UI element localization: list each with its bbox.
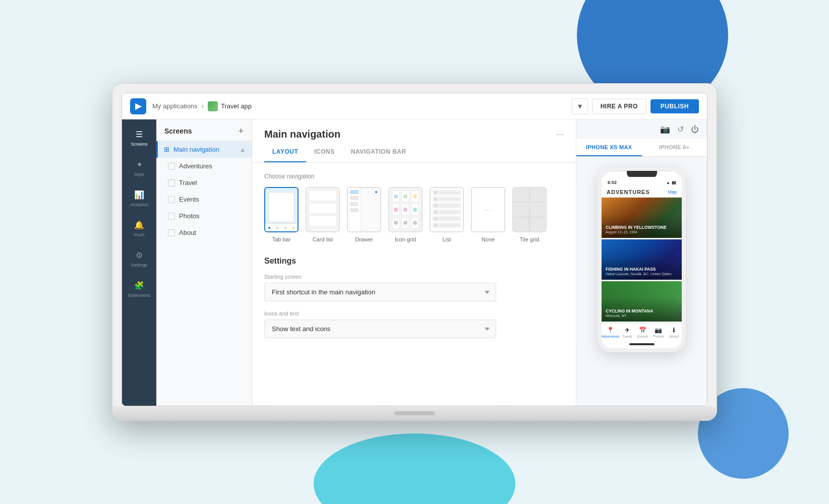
screen-checkbox-photos[interactable] bbox=[168, 213, 175, 220]
mini-card-2 bbox=[309, 203, 337, 214]
device-tab-8plus[interactable]: IPHONE 8+ bbox=[642, 139, 707, 156]
drawer-item-2 bbox=[350, 196, 359, 200]
phone-tab-events[interactable]: 📅 Events bbox=[635, 327, 650, 338]
phone-card-3-title: CYCLING IN MONTANA bbox=[606, 308, 653, 313]
list-item-1 bbox=[433, 190, 461, 195]
device-tab-xs-max[interactable]: IPHONE XS MAX bbox=[576, 139, 642, 156]
content-menu-dots[interactable]: ··· bbox=[556, 129, 564, 140]
sidebar-item-extensions[interactable]: 🧩 Extensions bbox=[122, 275, 156, 303]
content-header: Main navigation ··· bbox=[252, 119, 576, 140]
nav-option-list[interactable]: List bbox=[430, 187, 464, 242]
starting-screen-select[interactable]: First shortcut in the main navigation bbox=[264, 283, 496, 301]
screen-checkbox-about[interactable] bbox=[168, 229, 175, 236]
nav-preview-tabbar bbox=[264, 187, 299, 232]
phone-status-bar: 6:02 ▲ ▮▮ bbox=[602, 177, 682, 186]
home-indicator bbox=[629, 343, 655, 345]
nav-option-tabbar-label: Tab bar bbox=[272, 236, 291, 242]
phone-tab-label-adventures: Adventures bbox=[602, 335, 619, 338]
app-name[interactable]: Travel app bbox=[221, 102, 252, 110]
phone-tab-icon-travel: ✈ bbox=[625, 327, 630, 334]
power-icon[interactable]: ⏻ bbox=[691, 125, 699, 134]
nav-option-none[interactable]: ··· None bbox=[471, 187, 505, 242]
screen-item-travel[interactable]: Travel bbox=[156, 174, 252, 191]
phone-card-1-img: CLIMBING IN YELLOWSTONE August 12–19, 19… bbox=[602, 198, 682, 238]
screen-item-chevron: ▲ bbox=[240, 146, 246, 153]
nav-preview-list bbox=[430, 187, 464, 232]
logo-button[interactable]: ▶ bbox=[130, 98, 146, 114]
tab-navigation-bar[interactable]: NAVIGATION BAR bbox=[343, 142, 414, 162]
screen-item-main-navigation[interactable]: ⊞ Main navigation ▲ bbox=[156, 141, 252, 158]
breadcrumb: My applications › Travel app bbox=[152, 101, 566, 111]
nav-preview-none: ··· bbox=[471, 187, 505, 232]
mini-card-3 bbox=[309, 215, 337, 226]
screen-checkbox-adventures[interactable] bbox=[168, 163, 175, 170]
nav-option-tabbar[interactable]: Tab bar bbox=[264, 187, 299, 242]
page-title: Main navigation bbox=[264, 129, 340, 140]
none-illustration: ··· bbox=[472, 188, 504, 231]
phone-tab-photos[interactable]: 📷 Photos bbox=[650, 327, 666, 338]
screens-panel-title: Screens bbox=[164, 127, 192, 135]
add-screen-button[interactable]: + bbox=[238, 127, 244, 136]
content-area: Main navigation ··· LAYOUT ICONS NAVIGAT… bbox=[252, 119, 576, 406]
tab-content: Choose navigation bbox=[252, 163, 576, 406]
hire-a-pro-button[interactable]: HIRE A PRO bbox=[592, 99, 646, 114]
sidebar-label-style: Style bbox=[134, 172, 144, 177]
screen-checkbox-travel[interactable] bbox=[168, 179, 175, 186]
tile-4 bbox=[530, 203, 546, 216]
breadcrumb-my-apps[interactable]: My applications bbox=[152, 102, 198, 110]
icongrid-illustration bbox=[389, 188, 422, 231]
dropdown-arrow-button[interactable]: ▾ bbox=[572, 98, 588, 114]
phone-tab-label-events: Events bbox=[637, 335, 648, 338]
sidebar-label-extensions: Extensions bbox=[128, 293, 150, 298]
icon-cell-4 bbox=[392, 204, 400, 215]
screen-list: ⊞ Main navigation ▲ Adventures Travel bbox=[156, 141, 252, 406]
tabbar-screen bbox=[268, 192, 294, 222]
camera-icon[interactable]: 📷 bbox=[660, 124, 670, 134]
phone-tab-label-travel: Travel bbox=[622, 335, 632, 338]
nav-option-tilegrid-label: Tile grid bbox=[520, 236, 540, 242]
screen-item-about[interactable]: About bbox=[156, 224, 252, 241]
phone-tab-about[interactable]: ℹ About bbox=[666, 327, 682, 338]
laptop-shell: ▶ My applications › Travel app ▾ HIRE A … bbox=[112, 83, 717, 421]
nav-option-drawer[interactable]: Drawer bbox=[347, 187, 381, 242]
nav-option-tilegrid[interactable]: Tile grid bbox=[512, 187, 547, 242]
icons-text-label: Icons and text bbox=[264, 310, 564, 317]
list-item-3 bbox=[433, 203, 461, 208]
phone-time: 6:02 bbox=[608, 180, 617, 185]
screen-checkbox-events[interactable] bbox=[168, 196, 175, 203]
bg-decoration-bottom bbox=[314, 433, 515, 504]
screen-item-label-adventures: Adventures bbox=[179, 162, 212, 170]
phone-card-3[interactable]: CYCLING IN MONTANA Missoula, MT bbox=[602, 281, 682, 322]
refresh-icon[interactable]: ↺ bbox=[677, 124, 684, 134]
phone-card-1[interactable]: CLIMBING IN YELLOWSTONE August 12–19, 19… bbox=[602, 198, 682, 238]
starting-screen-group: Starting screen First shortcut in the ma… bbox=[264, 274, 564, 301]
phone-map-link[interactable]: Map bbox=[668, 190, 677, 195]
sidebar-item-settings[interactable]: ⚙ Settings bbox=[122, 244, 156, 273]
icons-text-select[interactable]: Show text and icons bbox=[264, 320, 496, 338]
tab-dot-2 bbox=[276, 227, 278, 229]
screens-icon: ☰ bbox=[134, 129, 145, 140]
sidebar-item-style[interactable]: ✦ Style bbox=[122, 154, 156, 182]
drawer-sidebar bbox=[348, 188, 361, 231]
icon-cell-7 bbox=[392, 217, 400, 229]
screen-item-events[interactable]: Events bbox=[156, 191, 252, 208]
tab-icons[interactable]: ICONS bbox=[306, 142, 343, 162]
nav-option-icongrid[interactable]: Icon grid bbox=[388, 187, 423, 242]
phone-tab-travel[interactable]: ✈ Travel bbox=[619, 327, 635, 338]
sidebar-item-screens[interactable]: ☰ Screens bbox=[122, 123, 156, 152]
sidebar-icons: ☰ Screens ✦ Style 📊 Analytics 🔔 Push bbox=[122, 119, 156, 406]
style-icon: ✦ bbox=[134, 159, 145, 170]
breadcrumb-separator: › bbox=[202, 102, 204, 110]
tab-dot-3 bbox=[284, 227, 286, 229]
tabbar-bar bbox=[265, 223, 298, 231]
phone-tab-adventures[interactable]: 📍 Adventures bbox=[602, 327, 619, 338]
phone-card-2[interactable]: FISHING IN HAKAI PASS Hakai Lúúxvás, Nux… bbox=[602, 239, 682, 280]
screen-item-label-travel: Travel bbox=[179, 179, 197, 186]
nav-option-cardlist[interactable]: Card list bbox=[306, 187, 340, 242]
publish-button[interactable]: PUBLISH bbox=[650, 99, 699, 113]
screen-item-photos[interactable]: Photos bbox=[156, 208, 252, 224]
screen-item-adventures[interactable]: Adventures bbox=[156, 158, 252, 174]
sidebar-item-analytics[interactable]: 📊 Analytics bbox=[122, 184, 156, 212]
tab-layout[interactable]: LAYOUT bbox=[264, 142, 306, 162]
sidebar-item-push[interactable]: 🔔 Push bbox=[122, 214, 156, 242]
